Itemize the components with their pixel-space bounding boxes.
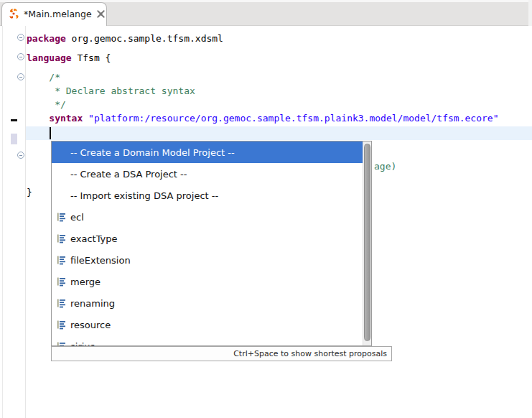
proposal-label: -- Import existing DSA project -- [55,190,218,201]
keyword-proposal-icon [55,276,67,287]
keyword-proposal-icon [55,297,67,309]
code-line: /* [27,72,60,83]
keyword-proposal-icon [55,233,67,244]
status-bar-text: Ctrl+Space to show shortest proposals [233,349,387,358]
code-segment-comment: /* [27,72,60,83]
code-segment-keyword: package [27,33,66,44]
closing-brace: } [27,187,32,198]
proposal-scrollbar[interactable] [363,141,371,345]
melange-file-icon [8,8,19,19]
proposal-item[interactable]: fileExtension [52,249,363,271]
proposal-item[interactable]: renaming [52,292,363,314]
proposal-item[interactable]: exactType [52,228,363,249]
keyword-proposal-icon [55,319,67,330]
code-segment-plain: Tfsm { [72,52,111,63]
code-line: package org.gemoc.sample.tfsm.xdsml [27,33,223,44]
proposal-item[interactable]: sirius [52,335,363,345]
code-segment-comment: */ [27,99,66,110]
proposal-label: fileExtension [70,255,131,266]
content-assist-status-bar: Ctrl+Space to show shortest proposals [51,346,392,361]
proposal-label: merge [70,277,101,287]
code-line: language Tfsm { [27,52,111,63]
code-line: syntax "platform:/resource/org.gemoc.sam… [27,113,498,124]
proposal-label: -- Create a DSA Project -- [55,169,187,180]
tab-main-melange[interactable]: *Main.melange [1,2,107,26]
tab-bar-right-edge [528,0,532,26]
code-segment-plain [27,113,49,124]
code-segment-keyword: language [27,52,72,63]
tab-title: *Main.melange [24,9,92,19]
occluded-code-fragment: age) [374,161,396,172]
proposal-item[interactable]: -- Create a DSA Project -- [52,163,363,185]
editor-tab-bar: *Main.melange [0,0,532,26]
keyword-proposal-icon [55,254,67,266]
proposal-label: ecl [70,212,84,223]
proposal-item[interactable]: resource [52,314,363,335]
proposal-item[interactable]: ecl [52,206,363,228]
code-segment-plain: org.gemoc.sample.tfsm.xdsml [66,33,223,44]
eclipse-editor-window: *Main.melange package org.gemoc.sample.t… [0,0,532,418]
code-segment-keyword: syntax [49,113,83,124]
code-segment-string: "platform:/resource/org.gemoc.sample.tfs… [88,113,498,124]
close-icon[interactable] [96,9,106,19]
code-line: */ [27,99,66,110]
code-segment-plain [83,113,88,124]
proposal-label: -- Create a Domain Model Project -- [55,147,235,158]
proposal-list[interactable]: -- Create a Domain Model Project ---- Cr… [52,141,363,345]
content-assist-popup: -- Create a Domain Model Project ---- Cr… [51,141,372,346]
proposal-label: sirius [70,341,95,346]
code-segment-comment: * Declare abstract syntax [27,85,195,96]
proposal-scrollbar-thumb[interactable] [364,144,370,341]
proposal-item[interactable]: -- Import existing DSA project -- [52,185,363,206]
proposal-label: renaming [70,298,115,309]
keyword-proposal-icon [55,211,67,223]
proposal-label: resource [70,320,111,330]
proposal-item[interactable]: merge [52,271,363,292]
keyword-proposal-icon [55,340,67,345]
proposal-label: exactType [70,233,118,244]
code-line: * Declare abstract syntax [27,85,195,96]
proposal-item[interactable]: -- Create a Domain Model Project -- [52,141,363,163]
